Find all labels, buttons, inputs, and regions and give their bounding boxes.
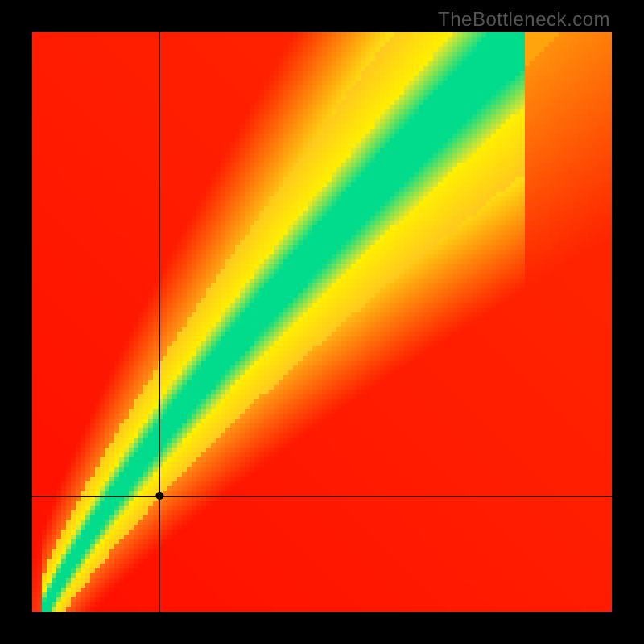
watermark-text: TheBottleneck.com	[438, 8, 610, 31]
chart-container: TheBottleneck.com	[0, 0, 644, 644]
bottleneck-heatmap	[32, 32, 612, 612]
